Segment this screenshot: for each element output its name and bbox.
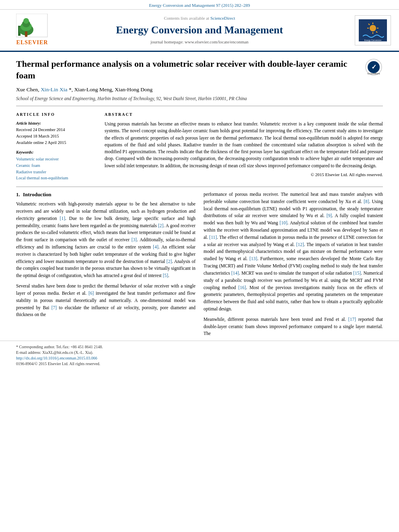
email-note: E-mail address: XiaXL@hit.edu.cn (X.-L. … [16, 350, 383, 355]
intro-paragraph-3: performance of porous media receiver. Th… [204, 191, 383, 313]
svg-text:CrossMark: CrossMark [367, 72, 380, 75]
elsevier-tree-icon [16, 14, 48, 38]
body-section: 1. Introduction Volumetric receivers wit… [0, 187, 399, 341]
affiliation-line: School of Energy Science and Engineering… [16, 95, 383, 102]
keyword-2: Ceramic foam [16, 163, 97, 169]
ref-1[interactable]: [1] [60, 216, 65, 221]
journal-citation-bar: Energy Conversion and Management 97 (201… [0, 0, 399, 10]
issn-copyright: 0196-8904/© 2015 Elsevier Ltd. All right… [16, 361, 383, 367]
doi-link-footer: http://dx.doi.org/10.1016/j.enconman.201… [16, 355, 383, 361]
journal-header-center: Contents lists available at ScienceDirec… [56, 15, 343, 45]
ref-11[interactable]: [11] [209, 235, 217, 240]
crossmark-icon[interactable]: ✓ CrossMark [365, 58, 383, 76]
email-label: E-mail address: XiaXL@hit.edu.cn (X.-L. … [16, 350, 93, 355]
ref-17[interactable]: [17] [348, 317, 356, 322]
svg-text:Energy Conversion: Energy Conversion [364, 39, 382, 41]
intro-paragraph-2: Several studies have been done to predic… [16, 283, 195, 318]
authors-line: Xue Chen, Xin-Lin Xia *, Xian-Long Meng,… [16, 86, 383, 94]
ref-5[interactable]: [5] [163, 273, 168, 278]
keyword-3: Radiative transfer [16, 169, 97, 175]
paper-title-container: Thermal performance analysis on a volume… [16, 58, 383, 81]
elsevier-logo-section: ELSEVIER [8, 14, 56, 47]
keywords-section: Keywords: Volumetric solar receiver Cera… [16, 150, 97, 181]
section-1-number: 1. [16, 191, 20, 197]
abstract-panel: ABSTRACT Using porous materials has beco… [105, 112, 383, 182]
ref-10[interactable]: [10] [280, 220, 287, 225]
keyword-1: Volumetric solar receiver [16, 156, 97, 162]
ref-9[interactable]: [9] [327, 213, 332, 218]
journal-citation: Energy Conversion and Management 97 (201… [149, 3, 250, 8]
contents-available: Contents lists available at ScienceDirec… [56, 15, 343, 21]
corresponding-author: Xin-Lin Xia [41, 86, 67, 92]
corresponding-author-note: * Corresponding author. Tel./fax: +86 45… [16, 344, 383, 350]
ref-13[interactable]: [13] [249, 256, 257, 261]
journal-logo-right: Energy Conversion [343, 15, 391, 45]
journal-header: ELSEVIER Contents lists available at Sci… [0, 10, 399, 52]
article-info-title: ARTICLE INFO [16, 112, 97, 117]
ref-14[interactable]: [14] [231, 271, 239, 275]
ref-4[interactable]: [4] [153, 244, 158, 249]
paper-title-section: Thermal performance analysis on a volume… [0, 52, 399, 102]
available-date: Available online 2 April 2015 [16, 140, 97, 146]
sciencedirect-link[interactable]: ScienceDirect [210, 16, 235, 21]
keyword-4: Local thermal non-equilibrium [16, 175, 97, 181]
elsevier-logo: ELSEVIER [8, 14, 56, 47]
body-left-col: 1. Introduction Volumetric receivers wit… [16, 191, 195, 341]
energy-conversion-logo-icon: Energy Conversion [359, 19, 387, 41]
abstract-title: ABSTRACT [105, 112, 383, 117]
section-1-heading: 1. Introduction [16, 191, 195, 198]
section-1-title: Introduction [23, 191, 51, 197]
footer-section: * Corresponding author. Tel./fax: +86 45… [0, 341, 399, 368]
ref-8[interactable]: [8] [364, 199, 369, 204]
copyright-text: © 2015 Elsevier Ltd. All rights reserved… [105, 172, 383, 178]
body-right-col: performance of porous media receiver. Th… [204, 191, 383, 341]
ref-12[interactable]: [12] [296, 242, 304, 247]
ref-2b[interactable]: [2] [167, 259, 172, 264]
author-3: Xian-Long Meng, Xian-Hong Dong [74, 86, 152, 92]
svg-text:✓: ✓ [371, 64, 376, 70]
article-history-title: Article history: [16, 121, 97, 126]
ref-15[interactable]: [15] [353, 271, 361, 275]
ref-16[interactable]: [16] [238, 285, 246, 290]
article-info-abstract-section: ARTICLE INFO Article history: Received 2… [0, 108, 399, 182]
ref-2[interactable]: [2] [158, 223, 163, 228]
elsevier-brand-text: ELSEVIER [16, 39, 48, 47]
paper-title-text: Thermal performance analysis on a volume… [16, 58, 361, 81]
intro-paragraph-4: Meanwhile, different porous materials ha… [204, 316, 383, 337]
svg-point-4 [23, 18, 29, 24]
ref-6[interactable]: [6] [88, 291, 94, 296]
keywords-title: Keywords: [16, 150, 97, 155]
abstract-text: Using porous materials has become an eff… [105, 121, 383, 169]
ref-7[interactable]: [7] [51, 305, 57, 310]
accepted-date: Accepted 18 March 2015 [16, 134, 97, 140]
article-info-panel: ARTICLE INFO Article history: Received 2… [16, 112, 97, 182]
intro-paragraph-1: Volumetric receivers with high-porosity … [16, 201, 195, 279]
svg-point-8 [370, 25, 376, 31]
journal-homepage: journal homepage: www.elsevier.com/locat… [56, 39, 343, 45]
journal-logo-box: Energy Conversion [355, 15, 391, 45]
divider-1 [16, 106, 383, 106]
journal-title: Energy Conversion and Management [56, 23, 343, 37]
received-date: Received 24 December 2014 [16, 127, 97, 133]
doi-anchor[interactable]: http://dx.doi.org/10.1016/j.enconman.201… [16, 356, 97, 360]
ref-3[interactable]: [3] [132, 237, 137, 242]
svg-rect-5 [25, 31, 27, 37]
